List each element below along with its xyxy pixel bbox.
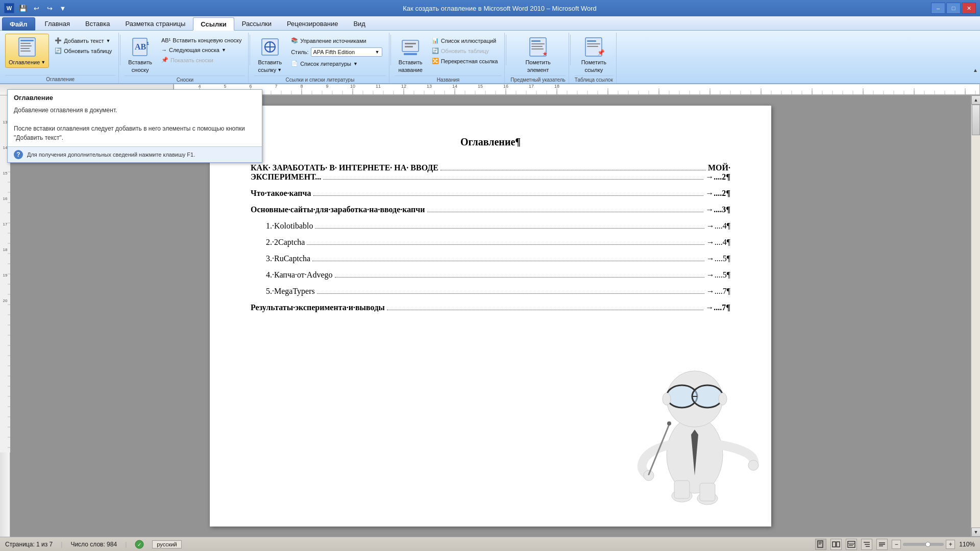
tab-references[interactable]: Ссылки xyxy=(193,17,234,31)
web-layout-button[interactable] xyxy=(846,539,857,550)
svg-rect-20 xyxy=(531,46,543,47)
toc-dots-0 xyxy=(440,170,706,170)
insert-footnote-button[interactable]: AB 1 Вставить сноску xyxy=(125,34,156,76)
minimize-button[interactable]: – xyxy=(931,3,945,14)
ribbon-group-index: ★ Пометить элемент Предметный указатель xyxy=(507,33,569,83)
svg-rect-24 xyxy=(587,40,596,42)
close-button[interactable]: ✕ xyxy=(962,3,976,14)
tab-view[interactable]: Вид xyxy=(346,17,373,30)
scroll-down-button[interactable]: ▼ xyxy=(971,528,980,537)
svg-text:AB: AB xyxy=(135,42,146,51)
tab-insert[interactable]: Вставка xyxy=(78,17,117,30)
insert-citation-button[interactable]: Вставить ссылку▼ xyxy=(254,34,285,76)
toc-entry-4[interactable]: 2.·2Captcha →....4¶ xyxy=(251,238,730,247)
toc-label-4: 2.·2Captcha xyxy=(266,238,305,247)
scroll-thumb[interactable] xyxy=(972,105,980,135)
svg-text:8: 8 xyxy=(300,84,303,89)
character-illustration xyxy=(623,302,766,516)
toc-entry-3[interactable]: 1.·Kolotibablo →....4¶ xyxy=(251,221,730,231)
cross-reference-button[interactable]: 🔀 Перекрестная ссылка xyxy=(428,56,502,66)
toc-dots-2 xyxy=(427,212,704,212)
redo-button[interactable]: ↪ xyxy=(44,3,55,14)
insert-endnote-button[interactable]: AB¹ Вставить концевую сноску xyxy=(158,36,246,45)
maximize-button[interactable]: □ xyxy=(946,3,961,14)
customize-quick-access-button[interactable]: ▼ xyxy=(57,3,68,14)
tab-mailings[interactable]: Рассылки xyxy=(234,17,279,30)
svg-rect-14 xyxy=(404,53,417,55)
svg-rect-85 xyxy=(832,542,836,547)
ribbon-group-citations: Вставить ссылку▼ 📚 Управление источникам… xyxy=(251,33,389,83)
tab-review[interactable]: Рецензирование xyxy=(279,17,346,30)
manage-sources-icon: 📚 xyxy=(291,37,298,44)
toc-page-3: →....4¶ xyxy=(706,221,730,231)
undo-button[interactable]: ↩ xyxy=(31,3,42,14)
full-reading-button[interactable] xyxy=(830,539,842,550)
zoom-in-button[interactable]: + xyxy=(946,540,955,549)
add-text-button[interactable]: ➕ Добавить текст ▼ xyxy=(51,36,115,45)
svg-text:14: 14 xyxy=(452,84,457,89)
manage-sources-button[interactable]: 📚 Управление источниками xyxy=(287,36,385,45)
zoom-slider[interactable] xyxy=(903,543,944,546)
print-layout-button[interactable] xyxy=(815,539,826,550)
help-icon: ? xyxy=(14,150,23,159)
ribbon-group-tableref: 📌 Пометить ссылку Таблица ссылок xyxy=(572,33,617,83)
toc-page-0: МОЙ· xyxy=(708,163,730,172)
toc-entry-1[interactable]: Что·такое·капча →....2¶ xyxy=(251,189,730,198)
toc-entry-6[interactable]: 4.·Капча·от·Advego →....5¶ xyxy=(251,270,730,280)
draft-button[interactable] xyxy=(876,539,888,550)
toc-entry-0[interactable]: КАК· ЗАРАБОТАТЬ· В· ИНТЕРНЕТЕ· НА· ВВОДЕ… xyxy=(251,163,730,172)
svg-rect-26 xyxy=(587,46,598,47)
svg-rect-15 xyxy=(405,43,416,44)
scroll-up-button[interactable]: ▲ xyxy=(971,95,980,105)
insert-caption-button[interactable]: Вставить название xyxy=(395,34,426,76)
spell-check-icon[interactable]: ✓ xyxy=(135,540,144,549)
next-footnote-icon: → xyxy=(161,47,167,53)
index-group-label: Предметный указатель xyxy=(510,76,565,84)
zoom-out-button[interactable]: − xyxy=(892,540,901,549)
svg-text:17: 17 xyxy=(3,222,8,227)
outline-button[interactable] xyxy=(861,539,872,550)
mark-entry-button[interactable]: ★ Пометить элемент xyxy=(522,34,554,76)
vertical-scrollbar[interactable]: ▲ ▼ xyxy=(971,95,980,537)
update-captions-label: Обновить таблицу xyxy=(441,48,489,54)
footnotes-group-label: Сноски xyxy=(125,76,245,84)
tab-home[interactable]: Главная xyxy=(37,17,78,30)
ribbon-tabs: Файл Главная Вставка Разметка страницы С… xyxy=(0,16,980,31)
svg-rect-2 xyxy=(20,43,31,44)
tab-layout[interactable]: Разметка страницы xyxy=(117,17,193,30)
tab-file[interactable]: Файл xyxy=(2,17,35,31)
status-separator-1: | xyxy=(61,541,62,548)
style-dropdown[interactable]: APA Fifth Edition ▼ xyxy=(311,47,382,57)
mark-citation-button[interactable]: 📌 Пометить ссылку xyxy=(578,34,610,76)
toc-button[interactable]: Оглавление▼ xyxy=(5,34,49,68)
toc-entry-2[interactable]: Основные·сайты·для·заработка·на·вводе·ка… xyxy=(251,205,730,214)
ribbon-expand[interactable]: ▲ xyxy=(973,33,978,83)
next-footnote-button[interactable]: → Следующая сноска ▼ xyxy=(158,45,246,55)
list-of-figures-button[interactable]: 📊 Список иллюстраций xyxy=(428,36,502,45)
toc-dots-0b xyxy=(323,179,703,180)
toc-entry-0b[interactable]: ЭКСПЕРИМЕНТ... →....2¶ xyxy=(251,172,730,182)
svg-text:18: 18 xyxy=(554,84,559,89)
svg-text:10: 10 xyxy=(350,84,355,89)
style-label: Стиль: xyxy=(291,49,308,55)
show-notes-button[interactable]: 📌 Показать сноски xyxy=(158,55,246,65)
toc-page-4: →....4¶ xyxy=(706,238,730,247)
window-title: Как создать оглавление в Microsoft Word … xyxy=(68,5,931,12)
status-separator-2: | xyxy=(125,541,127,548)
language-selector[interactable]: русский xyxy=(152,540,181,548)
toc-entry-5[interactable]: 3.·RuCaptcha →....5¶ xyxy=(251,254,730,263)
list-of-figures-label: Список иллюстраций xyxy=(441,38,496,44)
tooltip-help: Для получения дополнительных сведений на… xyxy=(27,152,195,158)
toc-entry-7[interactable]: 5.·MegaTypers →....7¶ xyxy=(251,287,730,296)
separator-3 xyxy=(390,35,391,65)
separator-4 xyxy=(506,35,506,65)
scroll-track[interactable] xyxy=(971,105,980,528)
update-toc-button[interactable]: 🔄 Обновить таблицу xyxy=(51,46,115,56)
update-captions-button[interactable]: 🔄 Обновить таблицу xyxy=(428,46,502,56)
bibliography-button[interactable]: 📄 Список литературы ▼ xyxy=(287,59,385,68)
insert-caption-label: Вставить xyxy=(399,59,423,65)
zoom-slider-thumb[interactable] xyxy=(925,542,930,547)
ribbon-group-toc: Оглавление▼ ➕ Добавить текст ▼ 🔄 Обновит… xyxy=(2,33,119,83)
save-button[interactable]: 💾 xyxy=(17,3,29,14)
style-selector[interactable]: Стиль: APA Fifth Edition ▼ xyxy=(287,46,385,58)
